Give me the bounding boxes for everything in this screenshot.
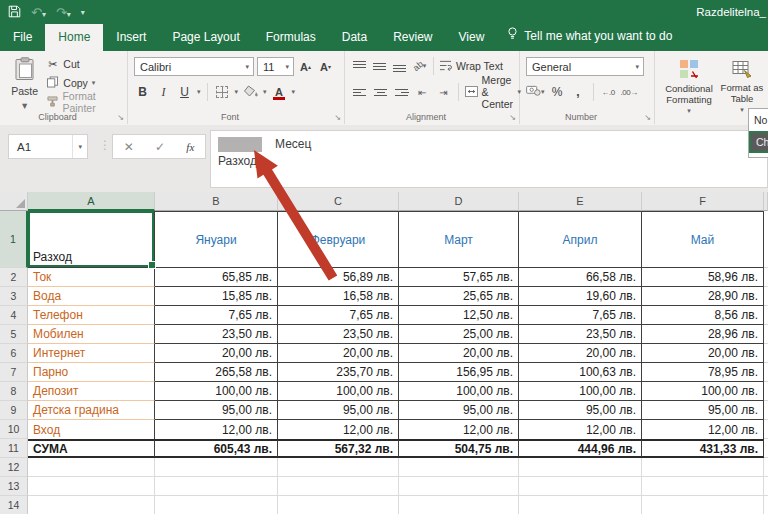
cut-button[interactable]: ✂ Cut	[46, 56, 127, 72]
cell-E6[interactable]: 20,00 лв.	[519, 344, 642, 363]
cell-D11[interactable]: 504,75 лв.	[399, 439, 519, 458]
increase-indent-button[interactable]: ⇥	[435, 84, 452, 101]
chevron-down-icon[interactable]: ▾	[197, 88, 201, 96]
cell-C8[interactable]: 100,00 лв.	[278, 382, 399, 401]
merge-center-button[interactable]: Merge & Center ▾	[465, 84, 521, 100]
clipboard-dialog-launcher-icon[interactable]: ↘	[117, 113, 124, 122]
cell-D10[interactable]: 12,00 лв.	[399, 420, 519, 439]
fill-color-button[interactable]	[242, 84, 259, 101]
cell-A8[interactable]: Депозит	[28, 382, 155, 401]
column-header-B[interactable]: B	[155, 192, 278, 211]
cell-B4[interactable]: 7,65 лв.	[155, 306, 278, 325]
cell-D6[interactable]: 20,00 лв.	[399, 344, 519, 363]
tab-file[interactable]: File	[0, 24, 45, 51]
row-header-14[interactable]: 14	[0, 496, 28, 514]
increase-decimal-button[interactable]: ←.0	[600, 84, 617, 101]
middle-align-button[interactable]	[371, 58, 388, 75]
cell-C14[interactable]	[278, 496, 399, 514]
comma-style-button[interactable]: ,	[570, 84, 587, 101]
cell-E5[interactable]: 23,50 лв.	[519, 325, 642, 344]
cell-B11[interactable]: 605,43 лв.	[155, 439, 278, 458]
cell-E7[interactable]: 100,63 лв.	[519, 363, 642, 382]
row-header-12[interactable]: 12	[0, 458, 28, 477]
tab-data[interactable]: Data	[329, 24, 380, 51]
chevron-down-icon[interactable]: ▾	[235, 88, 239, 96]
tab-view[interactable]: View	[446, 24, 498, 51]
cell-F3[interactable]: 28,90 лв.	[642, 287, 764, 306]
cell-F2[interactable]: 58,96 лв.	[642, 268, 764, 287]
cell-B3[interactable]: 15,85 лв.	[155, 287, 278, 306]
cell-F13[interactable]	[642, 477, 764, 496]
row-header-6[interactable]: 6	[0, 344, 28, 363]
align-left-button[interactable]	[351, 84, 368, 101]
cell-A3[interactable]: Вода	[28, 287, 155, 306]
bottom-align-button[interactable]	[391, 58, 408, 75]
row-header-3[interactable]: 3	[0, 287, 28, 306]
cell-B12[interactable]	[155, 458, 278, 477]
cancel-icon[interactable]: ✕	[124, 140, 134, 154]
cell-style-item-selected[interactable]: Ch	[749, 131, 768, 153]
italic-button[interactable]: I	[155, 84, 172, 101]
cell-F9[interactable]: 95,00 лв.	[642, 401, 764, 420]
cell-B8[interactable]: 100,00 лв.	[155, 382, 278, 401]
tab-insert[interactable]: Insert	[103, 24, 159, 51]
cell-C6[interactable]: 20,00 лв.	[278, 344, 399, 363]
row-header-11[interactable]: 11	[0, 439, 28, 458]
cell-E4[interactable]: 7,65 лв.	[519, 306, 642, 325]
cell-E13[interactable]	[519, 477, 642, 496]
cell-A14[interactable]	[28, 496, 155, 514]
chevron-down-icon[interactable]: ▾	[263, 88, 267, 96]
number-format-select[interactable]: General ▾	[526, 57, 644, 76]
cell-D3[interactable]: 25,65 лв.	[399, 287, 519, 306]
cell-C10[interactable]: 12,00 лв.	[278, 420, 399, 439]
cell-A12[interactable]	[28, 458, 155, 477]
cell-B14[interactable]	[155, 496, 278, 514]
shrink-font-button[interactable]: A▾	[317, 58, 334, 75]
redo-icon[interactable]: ↷▾	[56, 6, 71, 19]
cell-C2[interactable]: 56,89 лв.	[278, 268, 399, 287]
cell-D7[interactable]: 156,95 лв.	[399, 363, 519, 382]
accounting-format-button[interactable]: ▾	[526, 84, 545, 101]
save-icon[interactable]	[8, 5, 21, 20]
cell-F8[interactable]: 100,00 лв.	[642, 382, 764, 401]
chevron-down-icon[interactable]: ▾	[72, 135, 87, 158]
align-right-button[interactable]	[393, 84, 410, 101]
cell-E2[interactable]: 66,58 лв.	[519, 268, 642, 287]
paste-button[interactable]: Paste ▾	[6, 55, 43, 111]
row-header-7[interactable]: 7	[0, 363, 28, 382]
font-size-select[interactable]: 11 ▾	[257, 57, 294, 76]
enter-icon[interactable]: ✓	[155, 140, 165, 154]
cell-D14[interactable]	[399, 496, 519, 514]
cell-C1[interactable]: Февруари	[278, 211, 399, 268]
cell-D8[interactable]: 100,00 лв.	[399, 382, 519, 401]
cell-A4[interactable]: Телефон	[28, 306, 155, 325]
cell-A1[interactable]: Разход	[28, 211, 155, 268]
name-box[interactable]: A1 ▾	[8, 134, 88, 159]
tell-me-box[interactable]: Tell me what you want to do	[497, 21, 682, 51]
wrap-text-button[interactable]: Wrap Text	[439, 58, 503, 74]
cell-E11[interactable]: 444,96 лв.	[519, 439, 642, 458]
cell-B6[interactable]: 20,00 лв.	[155, 344, 278, 363]
number-dialog-launcher-icon[interactable]: ↘	[644, 113, 651, 122]
copy-button[interactable]: Copy ▾	[46, 75, 127, 91]
column-header-C[interactable]: C	[278, 192, 399, 211]
cell-A9[interactable]: Детска градина	[28, 401, 155, 420]
cell-C11[interactable]: 567,32 лв.	[278, 439, 399, 458]
row-header-2[interactable]: 2	[0, 268, 28, 287]
format-as-table-button[interactable]: Format as Table ▾	[717, 56, 767, 114]
tab-page-layout[interactable]: Page Layout	[159, 24, 252, 51]
cell-F6[interactable]: 20,00 лв.	[642, 344, 764, 363]
cell-D5[interactable]: 25,00 лв.	[399, 325, 519, 344]
formula-bar-resize-handle[interactable]: ⋮	[99, 138, 111, 152]
cell-E3[interactable]: 19,60 лв.	[519, 287, 642, 306]
cell-C12[interactable]	[278, 458, 399, 477]
cell-A2[interactable]: Ток	[28, 268, 155, 287]
cell-F7[interactable]: 78,95 лв.	[642, 363, 764, 382]
cell-B9[interactable]: 95,00 лв.	[155, 401, 278, 420]
cell-style-item[interactable]: No	[749, 109, 768, 131]
cell-C4[interactable]: 7,65 лв.	[278, 306, 399, 325]
tab-review[interactable]: Review	[380, 24, 445, 51]
percent-style-button[interactable]: %	[549, 84, 566, 101]
tab-home[interactable]: Home	[45, 24, 103, 51]
cell-E8[interactable]: 100,00 лв.	[519, 382, 642, 401]
